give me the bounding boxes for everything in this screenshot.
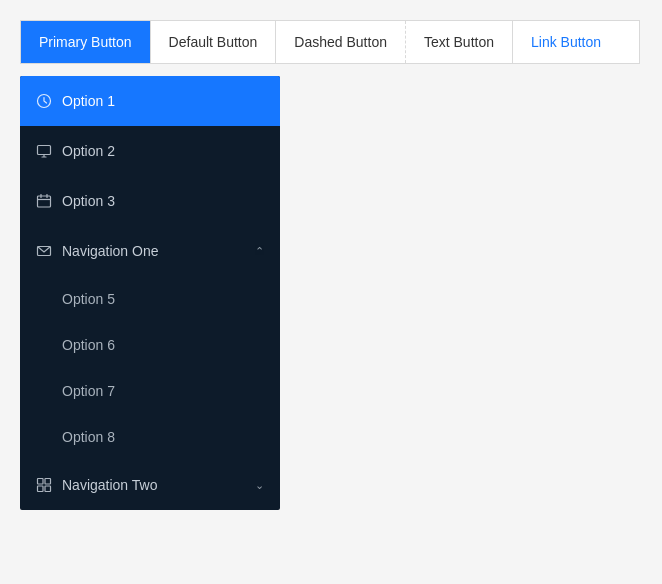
tab-text-button[interactable]: Text Button — [406, 21, 513, 63]
sidebar-item-option3-label: Option 3 — [62, 193, 264, 209]
sidebar-item-option5-label: Option 5 — [62, 291, 115, 307]
sidebar-item-nav2[interactable]: Navigation Two ⌄ — [20, 460, 280, 510]
nav2-expand-icon: ⌄ — [255, 479, 264, 492]
tab-dashed-label: Dashed Button — [294, 34, 387, 50]
sidebar-item-option1-label: Option 1 — [62, 93, 264, 109]
svg-rect-4 — [38, 196, 51, 207]
sidebar-item-option7-label: Option 7 — [62, 383, 115, 399]
nav1-collapse-icon: ⌃ — [255, 245, 264, 258]
mail-icon — [36, 243, 52, 259]
tab-default-button[interactable]: Default Button — [151, 21, 277, 63]
svg-rect-12 — [45, 486, 51, 492]
sidebar-item-nav1-label: Navigation One — [62, 243, 245, 259]
tab-text-label: Text Button — [424, 34, 494, 50]
tab-default-label: Default Button — [169, 34, 258, 50]
svg-rect-10 — [45, 479, 51, 485]
svg-rect-11 — [38, 486, 44, 492]
tab-link-label: Link Button — [531, 34, 601, 50]
sidebar-item-option5[interactable]: Option 5 — [20, 276, 280, 322]
sidebar-item-option7[interactable]: Option 7 — [20, 368, 280, 414]
sidebar-menu: Option 1 Option 2 Option 3 — [20, 76, 280, 510]
sidebar-item-option2-label: Option 2 — [62, 143, 264, 159]
grid-icon — [36, 477, 52, 493]
tab-primary-label: Primary Button — [39, 34, 132, 50]
sidebar-item-option8[interactable]: Option 8 — [20, 414, 280, 460]
tab-dashed-button[interactable]: Dashed Button — [276, 21, 406, 63]
tab-link-button[interactable]: Link Button — [513, 21, 619, 63]
sidebar-item-option8-label: Option 8 — [62, 429, 115, 445]
sidebar-item-option6-label: Option 6 — [62, 337, 115, 353]
calendar-icon — [36, 193, 52, 209]
sidebar-item-nav1[interactable]: Navigation One ⌃ — [20, 226, 280, 276]
sidebar-item-option3[interactable]: Option 3 — [20, 176, 280, 226]
sidebar-item-option2[interactable]: Option 2 — [20, 126, 280, 176]
tab-bar: Primary Button Default Button Dashed But… — [20, 20, 640, 64]
tab-primary-button[interactable]: Primary Button — [21, 21, 151, 63]
sidebar-item-nav2-label: Navigation Two — [62, 477, 245, 493]
clock-icon — [36, 93, 52, 109]
monitor-icon — [36, 143, 52, 159]
sidebar-item-option1[interactable]: Option 1 — [20, 76, 280, 126]
svg-rect-9 — [38, 479, 44, 485]
sidebar-item-option6[interactable]: Option 6 — [20, 322, 280, 368]
svg-rect-1 — [38, 146, 51, 155]
